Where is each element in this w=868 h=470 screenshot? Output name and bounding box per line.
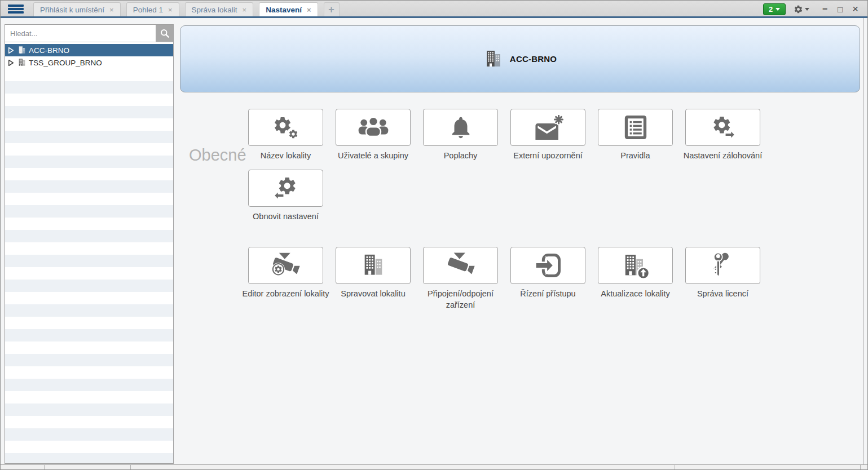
cell-spravovat-lokalitu: Spravovat lokalitu <box>329 247 417 311</box>
license-management-button[interactable] <box>685 247 760 284</box>
tab-close-icon[interactable]: × <box>307 6 311 14</box>
titlebar-controls: 2 − □ × <box>763 3 863 15</box>
right-border-divider <box>863 18 863 466</box>
cell-nazev-lokality: Název lokality <box>242 109 329 161</box>
connection-count-dropdown[interactable]: 2 <box>763 3 786 15</box>
tab-label: Přihlásit k umístění <box>40 6 104 14</box>
gears-icon <box>271 114 301 141</box>
cell-pravidla: Pravidla <box>592 109 679 161</box>
cell-editor-zobrazeni: Editor zobrazení lokality <box>242 247 329 311</box>
maximize-button[interactable]: □ <box>832 5 848 14</box>
access-control-button[interactable] <box>510 247 585 284</box>
alarms-button[interactable] <box>423 109 498 146</box>
bottom-strip <box>1 464 867 469</box>
caret-down-icon <box>776 8 780 11</box>
minimize-button[interactable]: − <box>817 4 832 14</box>
caret-down-icon <box>805 8 809 11</box>
mail-star-icon <box>532 115 564 140</box>
building-up-icon <box>621 252 650 279</box>
expander-icon[interactable] <box>8 60 14 66</box>
button-label: Aktualizace lokality <box>601 288 670 299</box>
button-label: Řízení přístupu <box>520 288 575 299</box>
button-label: Externí upozornění <box>513 150 583 161</box>
external-notifications-button[interactable] <box>510 109 585 146</box>
cell-uzivatele-a-skupiny: Uživatelé a skupiny <box>329 109 417 161</box>
section-label-obecne: Obecné <box>189 146 246 165</box>
button-label: Poplachy <box>444 150 478 161</box>
site-header-panel: ACC-BRNO <box>180 25 860 92</box>
rules-list-icon <box>623 114 649 140</box>
button-label: Nastavení zálohování <box>684 150 762 161</box>
window-controls: − □ × <box>817 3 863 15</box>
tab-pohled-1[interactable]: Pohled 1 × <box>126 2 179 16</box>
app-window: Přihlásit k umístění × Pohled 1 × Správa… <box>0 0 868 470</box>
site-update-button[interactable] <box>598 247 673 284</box>
manage-site-button[interactable] <box>336 247 411 284</box>
connect-disconnect-devices-button[interactable] <box>423 247 498 284</box>
gear-icon <box>794 5 803 14</box>
building-icon <box>483 49 504 69</box>
search-input[interactable] <box>5 25 156 42</box>
gear-arrow-right-icon <box>708 114 738 141</box>
building-icon <box>17 58 27 67</box>
main-menu-icon[interactable] <box>8 5 24 14</box>
bottom-divider <box>860 465 861 469</box>
search-row <box>5 25 173 42</box>
building-icon <box>360 252 386 278</box>
site-tree: ACC-BRNO TSS_GROUP_BRNO <box>5 44 173 69</box>
tab-close-icon[interactable]: × <box>243 6 247 14</box>
camera-icon <box>446 252 476 278</box>
tab-label: Nastavení <box>266 6 302 14</box>
button-label: Pravidla <box>620 150 650 161</box>
button-label: Název lokality <box>261 150 311 161</box>
cell-pripojeni-odpojeni: Připojení/odpojení zařízení <box>417 247 504 311</box>
cell-obnovit-nastaveni: Obnovit nastavení <box>242 170 329 222</box>
cell-sprava-licenci: Správa licencí <box>679 247 766 311</box>
cell-poplachy: Poplachy <box>417 109 504 161</box>
expander-icon[interactable] <box>8 47 14 54</box>
close-button[interactable]: × <box>848 3 863 15</box>
door-arrow-icon <box>534 252 563 279</box>
cell-aktualizace-lokality: Aktualizace lokality <box>592 247 679 311</box>
building-icon <box>17 46 27 55</box>
gear-arrow-left-icon <box>271 175 301 202</box>
cell-externi-upozorneni: Externí upozornění <box>504 109 592 161</box>
tree-item-acc-brno[interactable]: ACC-BRNO <box>5 44 173 56</box>
button-label: Správa licencí <box>697 288 748 299</box>
camera-gear-icon <box>271 252 301 278</box>
tab-prihlasit-k-umisteni[interactable]: Přihlásit k umístění × <box>33 2 121 16</box>
tab-close-icon[interactable]: × <box>168 6 173 14</box>
button-label: Editor zobrazení lokality <box>243 288 329 299</box>
button-label: Obnovit nastavení <box>253 211 319 222</box>
connection-count: 2 <box>769 5 773 14</box>
site-buttons-row: Editor zobrazení lokality Spravovat loka… <box>242 247 766 311</box>
button-label: Spravovat lokalitu <box>341 288 405 299</box>
tab-close-icon[interactable]: × <box>109 6 114 14</box>
tab-label: Pohled 1 <box>133 6 163 14</box>
bottom-divider <box>675 465 675 469</box>
tab-sprava-lokalit[interactable]: Správa lokalit × <box>185 2 254 16</box>
workspace: ACC-BRNO TSS_GROUP_BRNO ACC-BRNO Obecné <box>1 18 867 464</box>
site-view-editor-button[interactable] <box>248 247 323 284</box>
button-label: Připojení/odpojení zařízení <box>417 288 504 311</box>
tree-item-label: ACC-BRNO <box>29 46 69 55</box>
restore-settings-button[interactable] <box>248 170 323 207</box>
general-buttons-row-2: Obnovit nastavení <box>242 170 329 222</box>
site-title: ACC-BRNO <box>510 54 557 64</box>
bell-icon <box>448 114 474 140</box>
keys-icon <box>710 252 737 279</box>
tree-empty-rows <box>5 69 173 463</box>
general-buttons-row-1: Název lokality Uživatelé a skupiny Popla… <box>242 109 766 161</box>
tree-item-tss-group-brno[interactable]: TSS_GROUP_BRNO <box>5 56 173 69</box>
tab-nastaveni[interactable]: Nastavení × <box>259 2 318 16</box>
bottom-divider <box>44 465 45 469</box>
users-groups-button[interactable] <box>336 109 411 146</box>
tab-strip: Přihlásit k umístění × Pohled 1 × Správa… <box>33 2 340 16</box>
search-button[interactable] <box>156 25 173 42</box>
backup-settings-button[interactable] <box>685 109 760 146</box>
site-name-button[interactable] <box>248 109 323 146</box>
tab-label: Správa lokalit <box>192 6 237 14</box>
add-tab-button[interactable]: + <box>324 2 340 16</box>
rules-button[interactable] <box>598 109 673 146</box>
settings-dropdown-button[interactable] <box>794 5 809 14</box>
